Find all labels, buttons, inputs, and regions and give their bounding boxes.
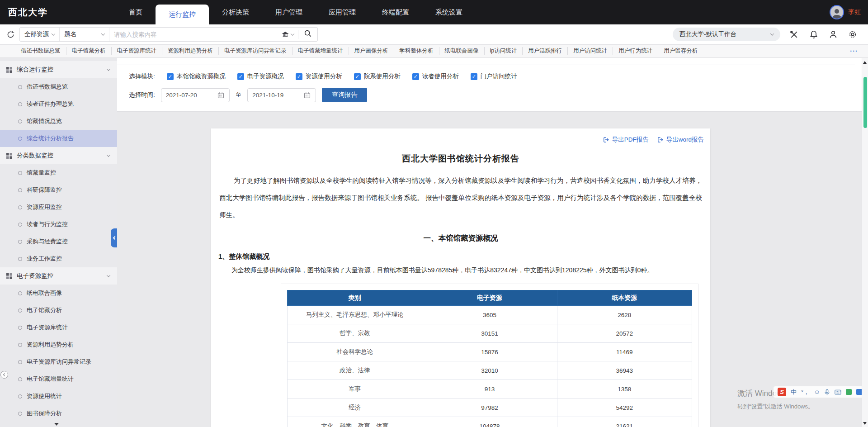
- scroll-down-icon[interactable]: [863, 422, 867, 425]
- search-field-select[interactable]: 题名: [60, 28, 109, 41]
- table-row: 社会科学总论1587611469: [288, 343, 692, 361]
- module-checkbox-本馆馆藏资源概况[interactable]: ✓本馆馆藏资源概况: [167, 72, 226, 81]
- checkbox-checked-icon[interactable]: ✓: [237, 73, 244, 80]
- checkbox-checked-icon[interactable]: ✓: [471, 73, 477, 80]
- sidebar-item-纸电联合画像[interactable]: 纸电联合画像: [0, 285, 117, 302]
- tab-用户留存分析[interactable]: 用户留存分析: [658, 47, 703, 55]
- user-name[interactable]: 李虹: [848, 8, 861, 16]
- tab-纸电联合画像[interactable]: 纸电联合画像: [439, 47, 484, 55]
- tabs-row: 借还书数据总览电子馆藏分析电子资源库统计资源利用趋势分析电子资源库访问异常记录电…: [0, 45, 868, 57]
- tools-icon[interactable]: [789, 30, 799, 39]
- resource-type-select[interactable]: 全部资源: [20, 28, 60, 41]
- tab-用户访问统计[interactable]: 用户访问统计: [567, 47, 613, 55]
- sidebar-item-业务工作监控[interactable]: 业务工作监控: [0, 250, 117, 267]
- search-compound: 全部资源 题名: [19, 27, 318, 42]
- ime-skin-icon[interactable]: [846, 389, 852, 395]
- search-icon[interactable]: [298, 29, 317, 39]
- checkbox-checked-icon[interactable]: ✓: [296, 73, 302, 80]
- module-checkbox-门户访问统计[interactable]: ✓门户访问统计: [471, 72, 517, 81]
- tab-电子资源库访问异常记录[interactable]: 电子资源库访问异常记录: [218, 47, 292, 55]
- sidebar-item-label: 纸电联合画像: [27, 289, 62, 297]
- sidebar-item-科研保障监控[interactable]: 科研保障监控: [0, 181, 117, 199]
- report-title: 西北大学图书馆统计分析报告: [217, 153, 704, 165]
- nav-item-首页[interactable]: 首页: [116, 0, 156, 24]
- checkbox-checked-icon[interactable]: ✓: [412, 73, 419, 80]
- nav-item-分析决策[interactable]: 分析决策: [209, 0, 262, 24]
- org-scope-select[interactable]: [278, 30, 298, 39]
- table-row: 哲学、宗教3015120572: [288, 324, 692, 343]
- nav-item-应用管理[interactable]: 应用管理: [316, 0, 369, 24]
- query-report-button[interactable]: 查询报告: [322, 88, 367, 102]
- checkbox-checked-icon[interactable]: ✓: [167, 73, 174, 80]
- sidebar-item-馆藏量监控[interactable]: 馆藏量监控: [0, 164, 117, 181]
- sidebar-item-label: 读者证件办理总览: [27, 100, 74, 108]
- tab-用户画像分析[interactable]: 用户画像分析: [349, 47, 394, 55]
- checkbox-checked-icon[interactable]: ✓: [354, 73, 361, 80]
- refresh-icon[interactable]: [6, 30, 15, 39]
- sidebar-item-采购与经费监控[interactable]: 采购与经费监控: [0, 233, 117, 250]
- search-input[interactable]: [109, 31, 278, 38]
- table-row: 军事9131358: [288, 380, 692, 399]
- ime-keyboard-icon[interactable]: [835, 389, 841, 395]
- tab-借还书数据总览[interactable]: 借还书数据总览: [15, 47, 66, 55]
- date-to-input[interactable]: 2021-10-19: [247, 88, 316, 102]
- notifications-bell-icon[interactable]: [809, 30, 818, 39]
- user-profile-icon[interactable]: [829, 30, 838, 39]
- date-from-input[interactable]: 2021-07-20: [161, 88, 230, 102]
- tab-电子馆藏分析[interactable]: 电子馆藏分析: [66, 47, 111, 55]
- tabs-more-button[interactable]: ...: [847, 46, 858, 53]
- sidebar-item-电子馆藏分析[interactable]: 电子馆藏分析: [0, 302, 117, 319]
- ime-toolbox-icon[interactable]: [856, 389, 862, 395]
- sidebar-group-分类数据监控[interactable]: 分类数据监控: [0, 147, 117, 164]
- module-checkbox-读者使用分析[interactable]: ✓读者使用分析: [412, 72, 459, 81]
- user-avatar[interactable]: [830, 5, 844, 19]
- settings-gear-icon[interactable]: [848, 30, 857, 39]
- sidebar-item-借还书数据总览[interactable]: 借还书数据总览: [0, 78, 117, 95]
- export-word-button[interactable]: 导出word报告: [657, 136, 704, 144]
- circle-bullet-icon: [18, 188, 22, 192]
- sidebar-item-馆藏情况总览[interactable]: 馆藏情况总览: [0, 113, 117, 130]
- nav-item-运行监控[interactable]: 运行监控: [156, 5, 209, 24]
- scroll-up-icon[interactable]: [863, 61, 867, 64]
- sidebar-item-电子馆藏增量统计[interactable]: 电子馆藏增量统计: [0, 370, 117, 388]
- ime-logo-icon[interactable]: S: [778, 388, 786, 396]
- sidebar-group-电子资源监控[interactable]: 电子资源监控: [0, 267, 117, 285]
- app-logo: 西北大学: [8, 6, 48, 19]
- nav-item-系统设置[interactable]: 系统设置: [422, 0, 476, 24]
- time-label: 选择时间:: [129, 91, 155, 99]
- ime-punctuation-toggle[interactable]: °，: [801, 388, 809, 396]
- ime-mic-icon[interactable]: [824, 389, 830, 395]
- page-scrollbar[interactable]: [862, 58, 868, 427]
- sidebar-item-图书保障分析[interactable]: 图书保障分析: [0, 405, 117, 422]
- ime-lang-toggle[interactable]: 中: [791, 388, 797, 396]
- sidebar-item-资源使用统计[interactable]: 资源使用统计: [0, 388, 117, 405]
- sidebar-item-资源应用监控[interactable]: 资源应用监控: [0, 199, 117, 216]
- nav-item-终端配置[interactable]: 终端配置: [369, 0, 422, 24]
- module-checkbox-电子资源概况[interactable]: ✓电子资源概况: [237, 72, 284, 81]
- sidebar-item-资源利用趋势分析[interactable]: 资源利用趋势分析: [0, 336, 117, 353]
- tab-电子资源库统计[interactable]: 电子资源库统计: [111, 47, 162, 55]
- ime-emoji-icon[interactable]: ☺: [814, 389, 820, 395]
- filter-inner: 选择模块: ✓本馆馆藏资源概况✓电子资源概况✓资源使用分析✓院系使用分析✓读者使…: [117, 65, 855, 102]
- scroll-thumb[interactable]: [863, 77, 867, 128]
- sidebar-scroll-down-icon[interactable]: [54, 423, 59, 426]
- module-checkbox-院系使用分析[interactable]: ✓院系使用分析: [354, 72, 401, 81]
- sidebar-group-综合运行监控[interactable]: 综合运行监控: [0, 61, 117, 78]
- tab-用户行为统计[interactable]: 用户行为统计: [613, 47, 658, 55]
- tab-学科整体分析[interactable]: 学科整体分析: [394, 47, 439, 55]
- tab-用户活跃排行[interactable]: 用户活跃排行: [522, 47, 567, 55]
- tab-资源利用趋势分析[interactable]: 资源利用趋势分析: [162, 47, 218, 55]
- sidebar-collapse-button[interactable]: [111, 228, 117, 247]
- sidebar-item-读者证件办理总览[interactable]: 读者证件办理总览: [0, 95, 117, 113]
- sidebar-item-电子资源库访问异常记录[interactable]: 电子资源库访问异常记录: [0, 353, 117, 370]
- workspace-select[interactable]: 西北大学-默认工作台: [673, 28, 780, 41]
- module-checkbox-资源使用分析[interactable]: ✓资源使用分析: [296, 72, 342, 81]
- edge-collapse-button[interactable]: [0, 371, 8, 379]
- tab-电子馆藏增量统计[interactable]: 电子馆藏增量统计: [292, 47, 349, 55]
- export-pdf-button[interactable]: 导出PDF报告: [603, 136, 649, 144]
- sidebar-item-综合统计分析报告[interactable]: 综合统计分析报告: [0, 130, 117, 147]
- sidebar-item-读者与行为监控[interactable]: 读者与行为监控: [0, 216, 117, 233]
- tab-ip访问统计[interactable]: ip访问统计: [484, 47, 523, 55]
- nav-item-用户管理[interactable]: 用户管理: [262, 0, 316, 24]
- sidebar-item-电子资源库统计[interactable]: 电子资源库统计: [0, 319, 117, 336]
